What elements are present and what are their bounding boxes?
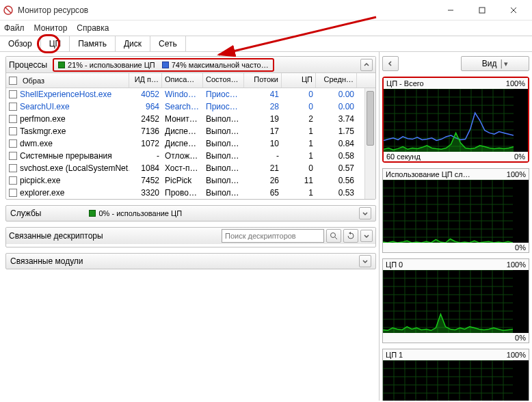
cpu-metrics-box: 21% - использование ЦП 74% максимальной … [53,58,274,72]
collapse-charts-button[interactable] [382,56,399,71]
refresh-button[interactable] [343,229,358,243]
cpu-usage-label: 21% - использование ЦП [68,61,155,69]
chart-max: 100% [506,79,525,88]
handles-search-input[interactable] [222,229,324,243]
window-title: Монитор ресурсов [18,5,435,15]
chart-1: Использование ЦП сл…100%0% [382,168,529,253]
menu-file[interactable]: Файл [4,23,25,33]
panel-handles: Связанные дескрипторы [5,227,376,247]
chart-3: ЦП 1100% [382,349,529,401]
table-row[interactable]: perfmon.exe2452Монит…Выпол…1923.74 [6,113,375,125]
table-row[interactable]: SearchUI.exe964Search …Приос…2800.00 [6,100,375,113]
handles-title: Связанные дескрипторы [9,231,103,241]
app-icon [3,5,14,16]
row-checkbox[interactable] [9,189,17,197]
view-button[interactable]: Вид │▾ [461,56,529,71]
chart-title: ЦП - Всего [386,79,424,88]
chart-max: 100% [507,170,526,178]
row-checkbox[interactable] [9,152,17,160]
menu-help[interactable]: Справка [77,23,109,33]
tab-disk[interactable]: Диск [116,36,150,51]
menu-monitor[interactable]: Монитор [34,23,68,33]
panel-modules[interactable]: Связанные модули [5,253,376,269]
menubar: Файл Монитор Справка [0,21,532,36]
svg-line-1 [5,8,11,13]
expand-modules-button[interactable] [359,255,371,267]
row-checkbox[interactable] [9,103,17,111]
tab-memory[interactable]: Память [70,36,116,51]
cpu-freq-label: 74% максимальной часто… [172,61,269,69]
chart-0: ЦП - Всего100%60 секунд0% [382,77,529,163]
modules-title: Связанные модули [10,256,83,266]
chart-max: 100% [507,260,526,269]
tab-overview[interactable]: Обзор [0,36,41,51]
table-row[interactable]: explorer.exe3320Прово…Выпол…6510.53 [6,187,375,199]
panel-services[interactable]: Службы 0% - использование ЦП [5,205,376,222]
processes-title: Процессы [9,60,47,70]
search-button[interactable] [326,229,341,243]
chart-title: ЦП 1 [386,351,403,359]
expand-services-button[interactable] [359,207,371,219]
services-cpu-label: 0% - использование ЦП [98,209,182,217]
row-checkbox[interactable] [9,90,17,98]
minimize-button[interactable] [435,0,466,21]
table-row[interactable]: dwm.exe1072Диспе…Выпол…1010.84 [6,137,375,150]
svg-rect-3 [479,8,485,13]
cpu-freq-icon [162,62,169,68]
collapse-processes-button[interactable] [360,59,373,71]
tab-cpu[interactable]: ЦП [41,36,70,51]
table-row[interactable]: Системные прерывания-Отлож…Выпол…-10.58 [6,150,375,162]
close-button[interactable] [498,0,529,21]
maximize-button[interactable] [466,0,498,21]
chart-title: Использование ЦП сл… [386,170,470,178]
table-row[interactable]: svchost.exe (LocalSystemNet…1084Хост-п…В… [6,162,375,174]
svg-line-8 [335,237,337,239]
processes-columns: Образ ИД п… Описа… Состоя… Потоки ЦП Сре… [6,73,375,88]
row-checkbox[interactable] [9,115,17,123]
row-checkbox[interactable] [9,139,17,148]
chart-2: ЦП 0100%0% [382,258,529,343]
table-row[interactable]: Taskmgr.exe7136Диспе…Выпол…1711.75 [6,125,375,137]
chart-title: ЦП 0 [386,260,403,269]
table-row[interactable]: picpick.exe7452PicPickВыпол…26110.56 [6,174,375,187]
tabbar: Обзор ЦП Память Диск Сеть [0,36,532,52]
services-title: Службы [10,209,41,218]
select-all-checkbox[interactable] [9,77,17,85]
expand-handles-button[interactable] [360,230,373,242]
services-cpu-icon [89,210,96,217]
table-row[interactable]: ShellExperienceHost.exe4052Windo…Приос…4… [6,88,375,100]
tab-network[interactable]: Сеть [150,36,186,51]
row-checkbox[interactable] [9,176,17,185]
row-checkbox[interactable] [9,127,17,135]
row-checkbox[interactable] [9,164,17,172]
panel-processes: Процессы 21% - использование ЦП 74% макс… [5,56,376,200]
svg-point-7 [331,233,336,238]
titlebar: Монитор ресурсов [0,0,532,21]
cpu-usage-icon [58,62,65,68]
processes-scrollbar[interactable] [364,88,375,199]
chart-max: 100% [507,351,526,359]
